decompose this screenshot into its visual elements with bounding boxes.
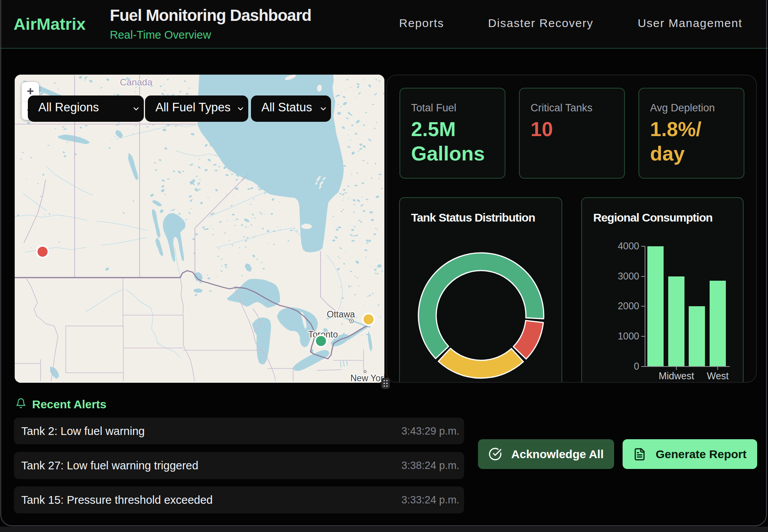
svg-text:Ottawa: Ottawa: [327, 309, 355, 319]
svg-text:New York: New York: [350, 373, 384, 383]
svg-text:0: 0: [634, 361, 639, 372]
svg-text:1000: 1000: [618, 331, 639, 341]
svg-text:3000: 3000: [618, 271, 639, 281]
svg-text:Canada: Canada: [120, 77, 153, 87]
svg-text:West: West: [707, 370, 729, 381]
svg-text:2000: 2000: [618, 300, 639, 311]
svg-text:Midwest: Midwest: [659, 370, 694, 381]
svg-text:4000: 4000: [618, 240, 639, 251]
